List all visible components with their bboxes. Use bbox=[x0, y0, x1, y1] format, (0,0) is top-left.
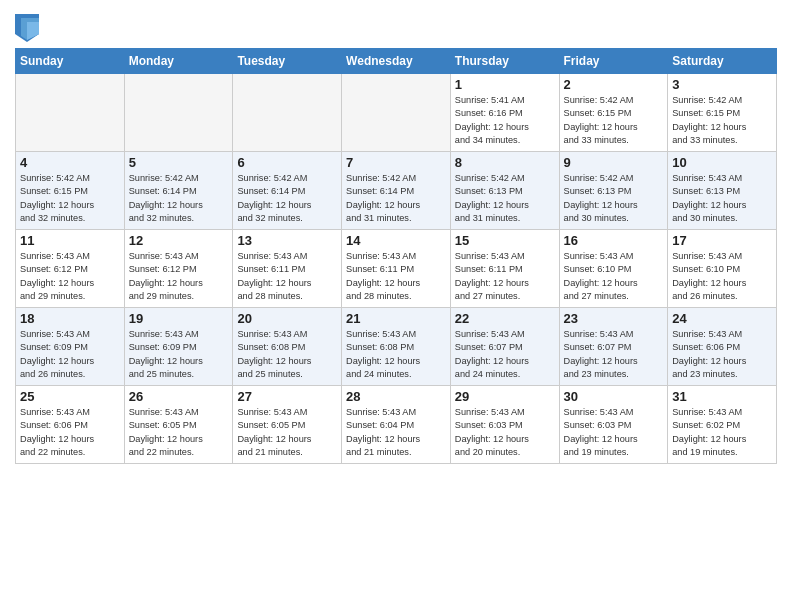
day-cell-16: 16Sunrise: 5:43 AM Sunset: 6:10 PM Dayli… bbox=[559, 230, 668, 308]
day-info: Sunrise: 5:43 AM Sunset: 6:03 PM Dayligh… bbox=[564, 406, 664, 459]
day-info: Sunrise: 5:43 AM Sunset: 6:03 PM Dayligh… bbox=[455, 406, 555, 459]
day-number: 10 bbox=[672, 155, 772, 170]
col-header-sunday: Sunday bbox=[16, 49, 125, 74]
day-info: Sunrise: 5:42 AM Sunset: 6:14 PM Dayligh… bbox=[346, 172, 446, 225]
day-number: 9 bbox=[564, 155, 664, 170]
day-number: 7 bbox=[346, 155, 446, 170]
col-header-tuesday: Tuesday bbox=[233, 49, 342, 74]
day-info: Sunrise: 5:42 AM Sunset: 6:13 PM Dayligh… bbox=[564, 172, 664, 225]
col-header-saturday: Saturday bbox=[668, 49, 777, 74]
day-number: 5 bbox=[129, 155, 229, 170]
day-cell-7: 7Sunrise: 5:42 AM Sunset: 6:14 PM Daylig… bbox=[342, 152, 451, 230]
day-info: Sunrise: 5:43 AM Sunset: 6:10 PM Dayligh… bbox=[564, 250, 664, 303]
day-cell-10: 10Sunrise: 5:43 AM Sunset: 6:13 PM Dayli… bbox=[668, 152, 777, 230]
day-number: 24 bbox=[672, 311, 772, 326]
day-info: Sunrise: 5:42 AM Sunset: 6:14 PM Dayligh… bbox=[129, 172, 229, 225]
logo-icon bbox=[15, 14, 39, 42]
day-cell-3: 3Sunrise: 5:42 AM Sunset: 6:15 PM Daylig… bbox=[668, 74, 777, 152]
day-cell-2: 2Sunrise: 5:42 AM Sunset: 6:15 PM Daylig… bbox=[559, 74, 668, 152]
day-number: 16 bbox=[564, 233, 664, 248]
day-info: Sunrise: 5:42 AM Sunset: 6:13 PM Dayligh… bbox=[455, 172, 555, 225]
day-cell-12: 12Sunrise: 5:43 AM Sunset: 6:12 PM Dayli… bbox=[124, 230, 233, 308]
col-header-thursday: Thursday bbox=[450, 49, 559, 74]
day-number: 29 bbox=[455, 389, 555, 404]
day-cell-15: 15Sunrise: 5:43 AM Sunset: 6:11 PM Dayli… bbox=[450, 230, 559, 308]
day-info: Sunrise: 5:43 AM Sunset: 6:09 PM Dayligh… bbox=[20, 328, 120, 381]
day-number: 18 bbox=[20, 311, 120, 326]
day-info: Sunrise: 5:43 AM Sunset: 6:12 PM Dayligh… bbox=[20, 250, 120, 303]
day-number: 1 bbox=[455, 77, 555, 92]
calendar-container: SundayMondayTuesdayWednesdayThursdayFrid… bbox=[0, 0, 792, 474]
day-cell-27: 27Sunrise: 5:43 AM Sunset: 6:05 PM Dayli… bbox=[233, 386, 342, 464]
day-info: Sunrise: 5:43 AM Sunset: 6:10 PM Dayligh… bbox=[672, 250, 772, 303]
day-cell-21: 21Sunrise: 5:43 AM Sunset: 6:08 PM Dayli… bbox=[342, 308, 451, 386]
day-cell-23: 23Sunrise: 5:43 AM Sunset: 6:07 PM Dayli… bbox=[559, 308, 668, 386]
day-number: 6 bbox=[237, 155, 337, 170]
week-row-3: 11Sunrise: 5:43 AM Sunset: 6:12 PM Dayli… bbox=[16, 230, 777, 308]
day-info: Sunrise: 5:43 AM Sunset: 6:02 PM Dayligh… bbox=[672, 406, 772, 459]
day-number: 25 bbox=[20, 389, 120, 404]
day-number: 8 bbox=[455, 155, 555, 170]
day-number: 28 bbox=[346, 389, 446, 404]
week-row-5: 25Sunrise: 5:43 AM Sunset: 6:06 PM Dayli… bbox=[16, 386, 777, 464]
header-row: SundayMondayTuesdayWednesdayThursdayFrid… bbox=[16, 49, 777, 74]
day-cell-6: 6Sunrise: 5:42 AM Sunset: 6:14 PM Daylig… bbox=[233, 152, 342, 230]
day-cell-11: 11Sunrise: 5:43 AM Sunset: 6:12 PM Dayli… bbox=[16, 230, 125, 308]
day-number: 22 bbox=[455, 311, 555, 326]
day-cell-5: 5Sunrise: 5:42 AM Sunset: 6:14 PM Daylig… bbox=[124, 152, 233, 230]
day-number: 15 bbox=[455, 233, 555, 248]
day-cell-9: 9Sunrise: 5:42 AM Sunset: 6:13 PM Daylig… bbox=[559, 152, 668, 230]
day-cell-20: 20Sunrise: 5:43 AM Sunset: 6:08 PM Dayli… bbox=[233, 308, 342, 386]
day-cell-4: 4Sunrise: 5:42 AM Sunset: 6:15 PM Daylig… bbox=[16, 152, 125, 230]
day-info: Sunrise: 5:43 AM Sunset: 6:09 PM Dayligh… bbox=[129, 328, 229, 381]
day-number: 13 bbox=[237, 233, 337, 248]
day-cell-17: 17Sunrise: 5:43 AM Sunset: 6:10 PM Dayli… bbox=[668, 230, 777, 308]
day-number: 20 bbox=[237, 311, 337, 326]
day-cell-13: 13Sunrise: 5:43 AM Sunset: 6:11 PM Dayli… bbox=[233, 230, 342, 308]
col-header-friday: Friday bbox=[559, 49, 668, 74]
col-header-monday: Monday bbox=[124, 49, 233, 74]
day-number: 14 bbox=[346, 233, 446, 248]
day-number: 26 bbox=[129, 389, 229, 404]
day-info: Sunrise: 5:43 AM Sunset: 6:13 PM Dayligh… bbox=[672, 172, 772, 225]
day-number: 11 bbox=[20, 233, 120, 248]
empty-cell bbox=[16, 74, 125, 152]
day-info: Sunrise: 5:43 AM Sunset: 6:12 PM Dayligh… bbox=[129, 250, 229, 303]
day-cell-14: 14Sunrise: 5:43 AM Sunset: 6:11 PM Dayli… bbox=[342, 230, 451, 308]
day-cell-25: 25Sunrise: 5:43 AM Sunset: 6:06 PM Dayli… bbox=[16, 386, 125, 464]
day-number: 17 bbox=[672, 233, 772, 248]
day-cell-19: 19Sunrise: 5:43 AM Sunset: 6:09 PM Dayli… bbox=[124, 308, 233, 386]
week-row-4: 18Sunrise: 5:43 AM Sunset: 6:09 PM Dayli… bbox=[16, 308, 777, 386]
day-info: Sunrise: 5:43 AM Sunset: 6:06 PM Dayligh… bbox=[672, 328, 772, 381]
day-number: 3 bbox=[672, 77, 772, 92]
day-number: 23 bbox=[564, 311, 664, 326]
day-info: Sunrise: 5:42 AM Sunset: 6:15 PM Dayligh… bbox=[564, 94, 664, 147]
day-info: Sunrise: 5:43 AM Sunset: 6:05 PM Dayligh… bbox=[129, 406, 229, 459]
day-cell-29: 29Sunrise: 5:43 AM Sunset: 6:03 PM Dayli… bbox=[450, 386, 559, 464]
day-info: Sunrise: 5:43 AM Sunset: 6:08 PM Dayligh… bbox=[237, 328, 337, 381]
empty-cell bbox=[124, 74, 233, 152]
day-info: Sunrise: 5:41 AM Sunset: 6:16 PM Dayligh… bbox=[455, 94, 555, 147]
logo bbox=[15, 14, 41, 42]
week-row-2: 4Sunrise: 5:42 AM Sunset: 6:15 PM Daylig… bbox=[16, 152, 777, 230]
day-info: Sunrise: 5:42 AM Sunset: 6:14 PM Dayligh… bbox=[237, 172, 337, 225]
day-info: Sunrise: 5:43 AM Sunset: 6:06 PM Dayligh… bbox=[20, 406, 120, 459]
day-cell-1: 1Sunrise: 5:41 AM Sunset: 6:16 PM Daylig… bbox=[450, 74, 559, 152]
day-cell-18: 18Sunrise: 5:43 AM Sunset: 6:09 PM Dayli… bbox=[16, 308, 125, 386]
day-info: Sunrise: 5:43 AM Sunset: 6:07 PM Dayligh… bbox=[455, 328, 555, 381]
day-info: Sunrise: 5:43 AM Sunset: 6:08 PM Dayligh… bbox=[346, 328, 446, 381]
day-cell-26: 26Sunrise: 5:43 AM Sunset: 6:05 PM Dayli… bbox=[124, 386, 233, 464]
day-info: Sunrise: 5:43 AM Sunset: 6:11 PM Dayligh… bbox=[237, 250, 337, 303]
day-number: 21 bbox=[346, 311, 446, 326]
day-number: 31 bbox=[672, 389, 772, 404]
day-number: 12 bbox=[129, 233, 229, 248]
day-info: Sunrise: 5:43 AM Sunset: 6:04 PM Dayligh… bbox=[346, 406, 446, 459]
col-header-wednesday: Wednesday bbox=[342, 49, 451, 74]
day-info: Sunrise: 5:43 AM Sunset: 6:07 PM Dayligh… bbox=[564, 328, 664, 381]
day-cell-8: 8Sunrise: 5:42 AM Sunset: 6:13 PM Daylig… bbox=[450, 152, 559, 230]
header bbox=[15, 10, 777, 42]
day-info: Sunrise: 5:43 AM Sunset: 6:11 PM Dayligh… bbox=[455, 250, 555, 303]
day-number: 19 bbox=[129, 311, 229, 326]
day-cell-28: 28Sunrise: 5:43 AM Sunset: 6:04 PM Dayli… bbox=[342, 386, 451, 464]
day-number: 27 bbox=[237, 389, 337, 404]
